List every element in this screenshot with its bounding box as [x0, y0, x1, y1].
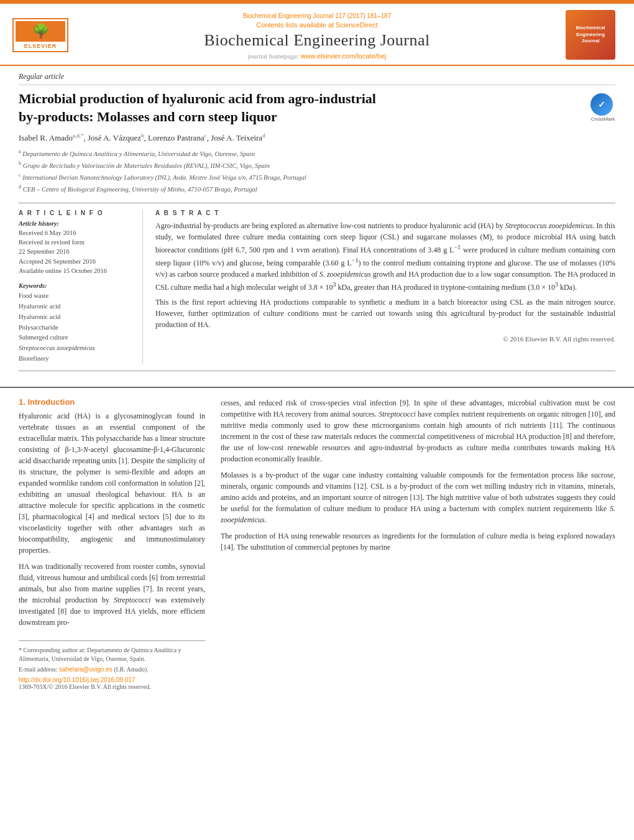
right-para1: cesses, and reduced risk of cross-specie… [221, 397, 615, 464]
two-col-main: 1. Introduction Hyaluronic acid (HA) is … [19, 397, 615, 690]
history-label: Article history: [19, 220, 133, 227]
title-line1: Microbial production of hyaluronic acid … [19, 91, 376, 106]
keyword-2: Hyaluronic acid [19, 302, 133, 312]
homepage-label: journal homepage: [248, 52, 299, 60]
keyword-7: Biorefinery [19, 354, 133, 364]
journal-title: Biochemical Engineering Journal [81, 31, 553, 50]
left-column: 1. Introduction Hyaluronic acid (HA) is … [19, 397, 205, 690]
article-info-col: A R T I C L E I N F O Article history: R… [19, 210, 143, 364]
intro-left-text: Hyaluronic acid (HA) is a glycosaminogly… [19, 410, 205, 628]
affil-b: b Grupo de Reciclado y Valorización de M… [19, 160, 615, 171]
author3: Lorenzo Pastranac, [148, 133, 211, 142]
author2: José A. Vázquezb, [88, 133, 148, 142]
email-label: E-mail address: [19, 666, 57, 673]
abstract-para1: Agro-industrial by-products are being ex… [155, 220, 615, 293]
revised-date-val: 22 September 2016 [19, 248, 70, 255]
affil-c: c International Iberian Nanotechnology L… [19, 172, 615, 183]
authors-line: Isabel R. Amadoa,d,*, José A. Vázquezb, … [19, 132, 615, 142]
elsevier-logo: 🌳 ELSEVIER [12, 18, 68, 52]
section1-number: 1. [19, 397, 25, 407]
intro-para1: Hyaluronic acid (HA) is a glycosaminogly… [19, 410, 205, 556]
sciencedirect-prefix: Contents lists available at [256, 21, 334, 29]
header-center: Biochemical Engineering Journal 117 (201… [81, 11, 553, 60]
crossmark-badge: ✓ CrossMark [590, 93, 615, 118]
journal-id: Biochemical Engineering Journal 117 (201… [81, 11, 553, 21]
keyword-1: Food waste [19, 291, 133, 302]
journal-header: 🌳 ELSEVIER Biochemical Engineering Journ… [0, 4, 634, 66]
article-title-section: Microbial production of hyaluronic acid … [19, 90, 615, 126]
accepted-date: Accepted 26 September 2016 [19, 257, 133, 267]
article-info-label: A R T I C L E I N F O [19, 210, 133, 216]
issn-line: 1369-703X/© 2016 Elsevier B.V. All right… [19, 683, 205, 690]
keyword-4: Polysaccharide [19, 323, 133, 333]
keyword-5: Submerged culture [19, 333, 133, 343]
affil-d: d CEB – Centre of Biological Engineering… [19, 183, 615, 195]
sciencedirect-line: Contents lists available at ScienceDirec… [81, 21, 553, 29]
page-wrapper: 🌳 ELSEVIER Biochemical Engineering Journ… [0, 0, 634, 840]
footnote-email: E-mail address: sahelara@uvigo.es (I.R. … [19, 665, 205, 674]
keyword-3: Hyaluronic acid [19, 312, 133, 323]
crossmark-icon: ✓ [590, 93, 613, 116]
abstract-text: Agro-industrial by-products are being ex… [155, 220, 615, 344]
abstract-para2: This is the first report achieving HA pr… [155, 297, 615, 330]
homepage-line: journal homepage: www.elsevier.com/locat… [81, 52, 553, 60]
received-date: Received 6 May 2016 [19, 229, 133, 238]
journal-right-logo: BiochemicalEngineeringJournal [566, 10, 615, 60]
copyright-line: © 2016 Elsevier B.V. All rights reserved… [155, 334, 615, 344]
journal-logo-text: BiochemicalEngineeringJournal [576, 25, 605, 44]
homepage-url[interactable]: www.elsevier.com/locate/bej [301, 52, 387, 60]
article-body: Regular article Microbial production of … [0, 66, 634, 384]
online-date: Available online 15 October 2016 [19, 267, 133, 276]
main-content: 1. Introduction Hyaluronic acid (HA) is … [0, 387, 634, 703]
intro-right-text: cesses, and reduced risk of cross-specie… [221, 397, 615, 553]
email-note: (I.R. Amado). [114, 666, 149, 673]
author4: José A. Teixeirad [211, 133, 265, 142]
elsevier-tree-image: 🌳 [16, 21, 65, 42]
footnote-corresponding: * Corresponding author at: Departamento … [19, 646, 205, 663]
right-para2: Molasses is a by-product of the sugar ca… [221, 469, 615, 525]
intro-para2: HA was traditionally recovered from roos… [19, 561, 205, 628]
email-link[interactable]: sahelara@uvigo.es [59, 666, 113, 673]
crossmark-label: CrossMark [590, 116, 615, 122]
abstract-label: A B S T R A C T [155, 210, 615, 216]
author1: Isabel R. Amadoa,d,*, [19, 133, 88, 142]
abstract-col: A B S T R A C T Agro-industrial by-produ… [155, 210, 615, 364]
keyword-6: Streptococcus zooepidemicus [19, 343, 133, 354]
revised-label: Received in revised form [19, 239, 85, 246]
right-column: cesses, and reduced risk of cross-specie… [221, 397, 615, 690]
tree-icon: 🌳 [32, 23, 49, 39]
right-para3: The production of HA using renewable res… [221, 530, 615, 553]
doi-link[interactable]: http://dx.doi.org/10.1016/j.bej.2016.09.… [19, 676, 205, 683]
section1-heading: 1. Introduction [19, 397, 205, 407]
elsevier-text: ELSEVIER [24, 43, 57, 49]
article-type: Regular article [19, 72, 615, 85]
revised-date: Received in revised form 22 September 20… [19, 238, 133, 256]
affil-a: a Departamento de Química Analítica y Al… [19, 148, 615, 159]
sciencedirect-name: ScienceDirect [336, 21, 378, 29]
article-title: Microbial production of hyaluronic acid … [19, 90, 581, 126]
keywords-label: Keywords: [19, 282, 133, 289]
title-line2: by-products: Molasses and corn steep liq… [19, 109, 277, 124]
section1-title: Introduction [27, 397, 75, 407]
footnote-section: * Corresponding author at: Departamento … [19, 640, 205, 690]
article-info-abstract: A R T I C L E I N F O Article history: R… [19, 203, 615, 371]
affiliations: a Departamento de Química Analítica y Al… [19, 148, 615, 195]
keywords-section: Keywords: Food waste Hyaluronic acid Hya… [19, 282, 133, 364]
